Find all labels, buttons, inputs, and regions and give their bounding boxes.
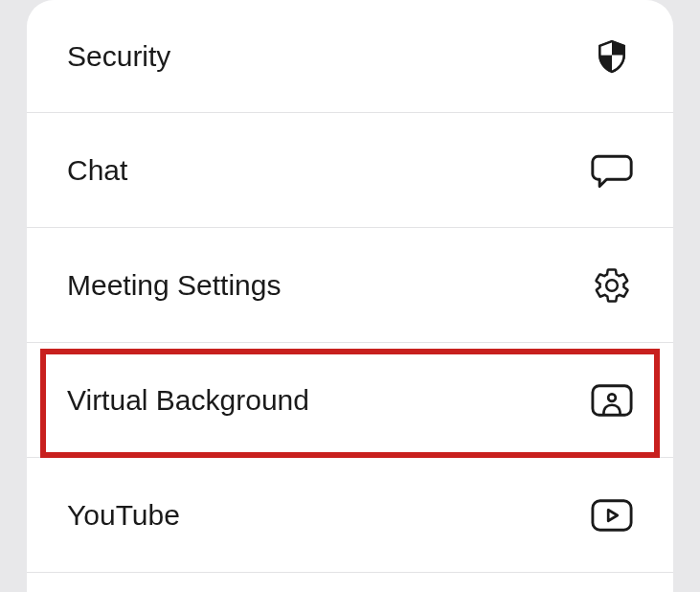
menu-item-label: Virtual Background: [67, 384, 309, 417]
menu-item-chat[interactable]: Chat: [27, 113, 673, 228]
menu-item-label: YouTube: [67, 499, 180, 532]
svg-rect-2: [593, 500, 631, 530]
shield-icon: [591, 35, 633, 78]
settings-panel: Security Chat: [27, 0, 673, 592]
menu-item-youtube[interactable]: YouTube: [27, 458, 673, 573]
virtual-background-icon: [591, 379, 633, 421]
youtube-icon: [591, 494, 633, 536]
gear-icon: [591, 264, 633, 307]
menu-item-security[interactable]: Security: [27, 0, 673, 113]
menu-item-meeting-settings[interactable]: Meeting Settings: [27, 228, 673, 343]
chat-icon: [591, 149, 633, 192]
svg-point-1: [608, 394, 616, 401]
menu-item-virtual-background[interactable]: Virtual Background: [27, 343, 673, 458]
menu-item-label: Meeting Settings: [67, 269, 281, 302]
menu-item-label: Security: [67, 40, 170, 73]
menu-item-label: Chat: [67, 154, 127, 187]
